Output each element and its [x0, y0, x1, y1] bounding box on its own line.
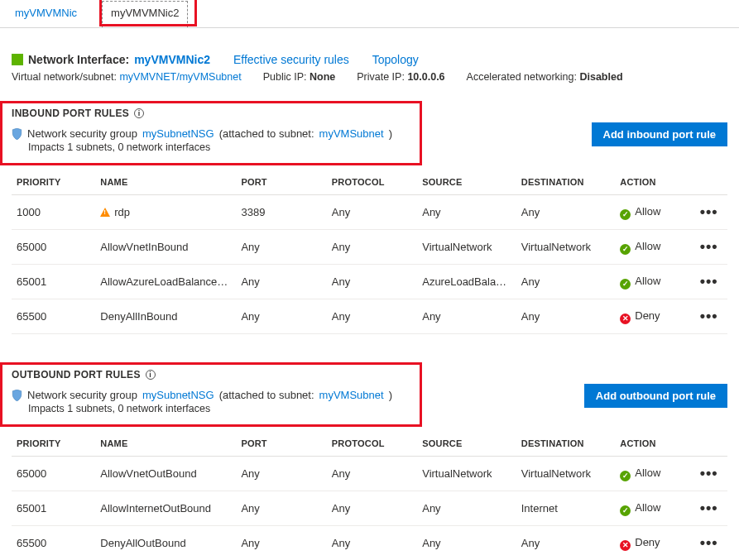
outbound-block: OUTBOUND PORT RULES i Network security g… [12, 367, 727, 560]
more-icon[interactable]: ••• [700, 203, 718, 220]
cell-dest: Any [516, 299, 616, 334]
inbound-title: INBOUND PORT RULES i [12, 108, 392, 119]
nsg-suffix: ) [389, 127, 392, 140]
cell-name: rdp [95, 195, 236, 230]
deny-icon: ✕ [620, 314, 631, 324]
table-row[interactable]: 65500DenyAllInBoundAnyAnyAnyAny✕Deny••• [12, 299, 727, 334]
cell-port: Any [236, 265, 326, 299]
add-inbound-button[interactable]: Add inbound port rule [592, 122, 727, 146]
cell-dest: Internet [516, 491, 616, 526]
row-more[interactable]: ••• [690, 526, 727, 561]
cell-action: ✓Allow [615, 491, 690, 526]
row-more[interactable]: ••• [690, 230, 727, 265]
cell-name: AllowAzureLoadBalancerInBou… [95, 265, 236, 299]
table-row[interactable]: 65001AllowInternetOutBoundAnyAnyAnyInter… [12, 491, 727, 526]
row-more[interactable]: ••• [690, 195, 727, 230]
col-protocol[interactable]: PROTOCOL [327, 431, 417, 457]
nsg-link[interactable]: mySubnetNSG [142, 127, 214, 140]
check-icon: ✓ [620, 279, 631, 290]
info-icon[interactable]: i [146, 370, 156, 380]
tab-nic-2[interactable]: myVMVMNic2 [102, 1, 188, 27]
row-more[interactable]: ••• [690, 265, 727, 299]
prip-value: 10.0.0.6 [407, 71, 444, 83]
cell-name: AllowVnetOutBound [95, 457, 236, 491]
row-more[interactable]: ••• [690, 299, 727, 334]
info-icon[interactable]: i [134, 108, 144, 118]
cell-priority: 65001 [12, 491, 95, 526]
effective-rules-link[interactable]: Effective security rules [233, 53, 349, 66]
col-port[interactable]: PORT [236, 431, 326, 457]
nsg-subnet-link[interactable]: myVMSubnet [319, 127, 384, 140]
cell-source: AzureLoadBala… [417, 265, 516, 299]
row-more[interactable]: ••• [690, 457, 727, 491]
table-row[interactable]: 65000AllowVnetInBoundAnyAnyVirtualNetwor… [12, 230, 727, 265]
nsg-suffix: ) [389, 389, 392, 401]
col-source[interactable]: SOURCE [417, 170, 516, 195]
nsg-subnet-link[interactable]: myVMSubnet [319, 389, 384, 401]
cell-action: ✓Allow [615, 457, 690, 491]
cell-action: ✓Allow [615, 265, 690, 299]
inbound-table: PRIORITY NAME PORT PROTOCOL SOURCE DESTI… [12, 170, 727, 334]
check-icon: ✓ [620, 244, 631, 255]
more-icon[interactable]: ••• [700, 273, 718, 290]
nic-label: Network Interface: [28, 53, 129, 66]
cell-source: Any [417, 195, 516, 230]
cell-protocol: Any [327, 457, 417, 491]
cell-priority: 65000 [12, 457, 95, 491]
cell-port: 3389 [236, 195, 326, 230]
col-name[interactable]: NAME [95, 170, 236, 195]
more-icon[interactable]: ••• [700, 534, 718, 551]
nsg-attach-prefix: (attached to subnet: [219, 389, 314, 401]
cell-name: AllowVnetInBound [95, 230, 236, 265]
col-more [690, 431, 727, 457]
more-icon[interactable]: ••• [700, 465, 718, 481]
nsg-link[interactable]: mySubnetNSG [142, 389, 214, 401]
col-action[interactable]: ACTION [615, 170, 690, 195]
table-row[interactable]: 65000AllowVnetOutBoundAnyAnyVirtualNetwo… [12, 457, 727, 491]
vnet-link[interactable]: myVMVNET/myVMSubnet [119, 71, 241, 83]
col-action[interactable]: ACTION [615, 431, 690, 457]
table-row[interactable]: 65001AllowAzureLoadBalancerInBou…AnyAnyA… [12, 265, 727, 299]
col-protocol[interactable]: PROTOCOL [327, 170, 417, 195]
cell-name: AllowInternetOutBound [95, 491, 236, 526]
col-priority[interactable]: PRIORITY [12, 431, 95, 457]
cell-port: Any [236, 230, 326, 265]
nic-name-link[interactable]: myVMVMNic2 [134, 53, 210, 66]
row-more[interactable]: ••• [690, 491, 727, 526]
cell-port: Any [236, 457, 326, 491]
tab-nic-1[interactable]: myVMVMNic [12, 0, 80, 27]
col-dest[interactable]: DESTINATION [516, 170, 616, 195]
table-row[interactable]: 65500DenyAllOutBoundAnyAnyAnyAny✕Deny••• [12, 526, 727, 561]
col-name[interactable]: NAME [95, 431, 236, 457]
more-icon[interactable]: ••• [700, 238, 718, 255]
col-more [690, 170, 727, 195]
cell-port: Any [236, 526, 326, 561]
col-port[interactable]: PORT [236, 170, 326, 195]
add-outbound-button[interactable]: Add outbound port rule [584, 384, 727, 408]
more-icon[interactable]: ••• [700, 500, 718, 516]
col-priority[interactable]: PRIORITY [12, 170, 95, 195]
cell-protocol: Any [327, 526, 417, 561]
cell-action: ✓Allow [615, 230, 690, 265]
cell-priority: 65001 [12, 265, 95, 299]
outbound-table: PRIORITY NAME PORT PROTOCOL SOURCE DESTI… [12, 431, 727, 560]
cell-port: Any [236, 299, 326, 334]
nic-tabs: myVMVMNic myVMVMNic2 [0, 0, 739, 28]
check-icon: ✓ [620, 505, 631, 516]
cell-priority: 1000 [12, 195, 95, 230]
topology-link[interactable]: Topology [372, 53, 419, 66]
col-source[interactable]: SOURCE [417, 431, 516, 457]
cell-priority: 65500 [12, 526, 95, 561]
shield-icon [12, 128, 22, 140]
prip-label: Private IP: [357, 71, 405, 83]
cell-port: Any [236, 491, 326, 526]
more-icon[interactable]: ••• [700, 308, 718, 324]
cell-name: DenyAllInBound [95, 299, 236, 334]
cell-dest: VirtualNetwork [516, 457, 616, 491]
col-dest[interactable]: DESTINATION [516, 431, 616, 457]
cell-dest: Any [516, 526, 616, 561]
cell-name: DenyAllOutBound [95, 526, 236, 561]
nsg-attach-prefix: (attached to subnet: [219, 127, 314, 140]
cell-protocol: Any [327, 491, 417, 526]
table-row[interactable]: 1000rdp3389AnyAnyAny✓Allow••• [12, 195, 727, 230]
